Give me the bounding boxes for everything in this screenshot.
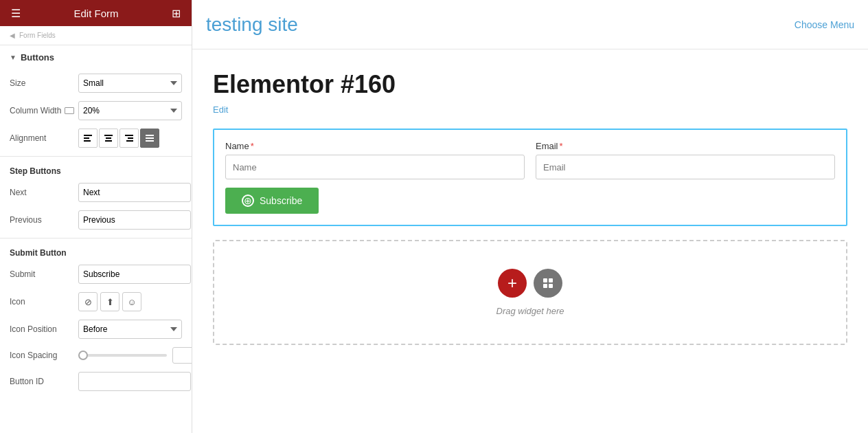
name-required: * xyxy=(251,141,254,151)
submit-label: Submit xyxy=(10,269,78,279)
size-label: Size xyxy=(10,78,78,88)
button-id-label: Button ID xyxy=(10,377,78,386)
alignment-label: Alignment xyxy=(10,133,78,143)
content-area: Elementor #160 Edit Name* Email* xyxy=(192,49,868,433)
svg-rect-4 xyxy=(106,137,111,139)
panel-title: Edit Form xyxy=(21,8,172,19)
subscribe-btn-icon: ⊕ xyxy=(242,195,254,207)
form-fields-label: Form Fields xyxy=(19,32,56,39)
submit-row: Submit xyxy=(0,260,192,288)
email-required: * xyxy=(560,141,563,151)
email-field: Email* xyxy=(536,141,835,179)
size-select[interactable]: Small Medium Large xyxy=(78,74,182,93)
icon-row: Icon ⊘ ⬆ ☺ xyxy=(0,288,192,315)
icon-label: Icon xyxy=(10,297,78,307)
column-width-select[interactable]: 20% 10% 30% 40% 50% xyxy=(78,101,182,120)
panel-content: ◀ Form Fields ▼ Buttons Size Small Mediu… xyxy=(0,26,192,433)
icon-upload-btn[interactable]: ⬆ xyxy=(100,292,119,311)
choose-menu-link[interactable]: Choose Menu xyxy=(795,19,854,30)
subscribe-button[interactable]: ⊕ Subscribe xyxy=(225,188,319,214)
hamburger-icon[interactable]: ☰ xyxy=(11,7,21,20)
right-panel: testing site Choose Menu Elementor #160 … xyxy=(192,0,868,433)
alignment-buttons xyxy=(78,129,159,148)
svg-rect-13 xyxy=(549,278,553,282)
drag-widget-button[interactable] xyxy=(534,269,562,298)
email-field-label: Email* xyxy=(536,141,835,151)
icon-select-btn[interactable]: ☺ xyxy=(122,292,141,311)
svg-rect-1 xyxy=(84,137,89,139)
svg-rect-10 xyxy=(146,137,154,139)
icon-buttons: ⊘ ⬆ ☺ xyxy=(78,292,141,311)
submit-button-title: Submit Button xyxy=(0,243,192,260)
site-name: testing site xyxy=(206,14,298,36)
top-bar: testing site Choose Menu xyxy=(192,0,868,49)
svg-rect-9 xyxy=(146,135,154,136)
alignment-icon xyxy=(49,135,59,142)
submit-input[interactable] xyxy=(78,265,191,284)
divider-2 xyxy=(0,238,192,238)
name-input[interactable] xyxy=(225,155,525,179)
form-fields-row: Name* Email* xyxy=(225,141,835,179)
align-justify-btn[interactable] xyxy=(140,129,159,148)
buttons-section-label: Buttons xyxy=(21,52,54,63)
align-center-btn[interactable] xyxy=(99,129,118,148)
svg-rect-12 xyxy=(543,278,547,282)
align-left-btn[interactable] xyxy=(78,129,98,148)
button-id-input[interactable] xyxy=(78,372,191,391)
svg-rect-14 xyxy=(543,284,547,288)
icon-spacing-value[interactable] xyxy=(172,347,192,364)
icon-spacing-slider[interactable] xyxy=(78,354,167,357)
page-title: Elementor #160 xyxy=(213,70,847,99)
next-row: Next xyxy=(0,179,192,206)
form-fields-link[interactable]: ◀ Form Fields xyxy=(0,26,192,45)
previous-row: Previous xyxy=(0,206,192,234)
svg-rect-7 xyxy=(128,137,133,139)
left-panel: ☰ Edit Form ⊞ ◀ Form Fields ▼ Buttons Si… xyxy=(0,0,192,433)
icon-position-label: Icon Position xyxy=(10,324,78,334)
icon-remove-btn[interactable]: ⊘ xyxy=(78,292,98,311)
svg-rect-8 xyxy=(126,140,133,142)
svg-rect-0 xyxy=(84,135,92,136)
edit-link[interactable]: Edit xyxy=(213,104,228,115)
icon-spacing-label: Icon Spacing xyxy=(10,351,78,360)
column-icon xyxy=(65,107,74,114)
svg-rect-3 xyxy=(104,135,113,136)
align-right-btn[interactable] xyxy=(119,129,139,148)
drag-zone: + Drag widget here xyxy=(213,240,847,345)
svg-rect-15 xyxy=(549,284,553,288)
email-input[interactable] xyxy=(536,155,835,179)
drag-add-button[interactable]: + xyxy=(498,269,527,298)
form-container: Name* Email* ⊕ Subscribe xyxy=(213,129,847,226)
drag-zone-buttons: + xyxy=(498,269,562,298)
icon-position-select[interactable]: Before After xyxy=(78,320,182,339)
previous-label: Previous xyxy=(10,215,78,225)
column-width-row: Column Width 20% 10% 30% 40% 50% xyxy=(0,97,192,124)
drag-label: Drag widget here xyxy=(496,306,564,316)
grid-icon[interactable]: ⊞ xyxy=(172,7,181,20)
svg-rect-2 xyxy=(84,140,91,142)
previous-input[interactable] xyxy=(78,210,191,230)
name-field-label: Name* xyxy=(225,141,525,151)
next-label: Next xyxy=(10,188,78,197)
icon-position-row: Icon Position Before After xyxy=(0,315,192,343)
buttons-section-header[interactable]: ▼ Buttons xyxy=(0,45,192,69)
step-buttons-title: Step Buttons xyxy=(0,161,192,179)
panel-header: ☰ Edit Form ⊞ xyxy=(0,0,192,26)
svg-rect-11 xyxy=(146,140,154,142)
column-width-label: Column Width xyxy=(10,106,78,115)
name-field: Name* xyxy=(225,141,525,179)
icon-spacing-row: Icon Spacing xyxy=(0,343,192,368)
icon-spacing-slider-container xyxy=(78,347,192,364)
svg-rect-6 xyxy=(125,135,133,136)
button-id-row: Button ID xyxy=(0,368,192,395)
alignment-row: Alignment xyxy=(0,124,192,152)
subscribe-btn-label: Subscribe xyxy=(260,195,302,206)
divider-1 xyxy=(0,156,192,157)
chevron-icon: ▼ xyxy=(10,54,16,61)
svg-rect-5 xyxy=(105,140,112,142)
next-input[interactable] xyxy=(78,183,191,202)
size-row: Size Small Medium Large xyxy=(0,69,192,97)
